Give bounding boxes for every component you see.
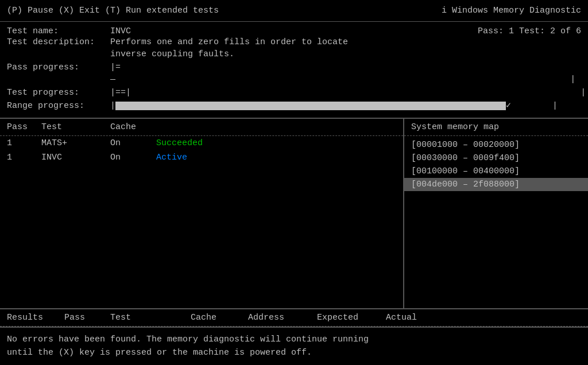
row-status: Active (156, 153, 225, 162)
message-line1: No errors have been found. The memory di… (7, 333, 581, 347)
test-name-row: Test name: INVC Pass: 1 Test: 2 of 6 (7, 26, 581, 36)
row-cache: On (110, 138, 156, 148)
table-row: 1MATS+OnSucceeded (0, 136, 403, 150)
memory-map: System memory map [00001000 – 00020000][… (404, 119, 588, 308)
pass-progress-label: Pass progress: (7, 61, 110, 86)
col-address-results-header: Address (248, 313, 305, 323)
screen: (P) Pause (X) Exit (T) Run extended test… (0, 0, 588, 365)
col-results-header: Results (7, 313, 53, 323)
row-status: Succeeded (156, 138, 225, 148)
row-test: INVC (41, 153, 110, 162)
row-pass: 1 (7, 153, 41, 162)
col-test-header: Test (41, 122, 110, 132)
pass-progress-row: Pass progress: |=— | (7, 61, 581, 86)
row-cache: On (110, 153, 156, 162)
col-status-header (156, 122, 225, 132)
range-progress-row: Range progress: |✓ | (7, 100, 581, 112)
message-line2: until the (X) key is pressed or the mach… (7, 347, 581, 360)
col-actual-results-header: Actual (386, 313, 432, 323)
col-pass-results-header: Pass (64, 313, 99, 323)
test-desc-value: Performs one and zero fills in order to … (110, 36, 581, 60)
table-rows-container: 1MATS+OnSucceeded1INVCOnActive (0, 136, 403, 165)
test-desc-label: Test description: (7, 36, 110, 60)
results-section: Results Pass Test Cache Address Expected… (0, 309, 588, 328)
app-title: i Windows Memory Diagnostic (442, 6, 581, 15)
test-progress-label: Test progress: (7, 87, 110, 99)
memory-entry: [00001000 – 00020000] (404, 138, 588, 152)
range-progress-label: Range progress: (7, 100, 110, 112)
row-test: MATS+ (41, 138, 110, 148)
info-section: Test name: INVC Pass: 1 Test: 2 of 6 Tes… (0, 22, 588, 119)
col-expected-results-header: Expected (317, 313, 374, 323)
message-section: No errors have been found. The memory di… (0, 328, 588, 365)
col-test-results-header: Test (110, 313, 179, 323)
results-header: Results Pass Test Cache Address Expected… (0, 309, 588, 327)
test-progress-bar: |==| | (110, 87, 586, 99)
controls-label: (P) Pause (X) Exit (T) Run extended test… (7, 6, 219, 15)
col-cache-header: Cache (110, 122, 156, 132)
middle-section: Pass Test Cache 1MATS+OnSucceeded1INVCOn… (0, 119, 588, 309)
test-desc-row: Test description: Performs one and zero … (7, 36, 581, 60)
test-name-value: INVC (110, 26, 131, 36)
pass-info: Pass: 1 Test: 2 of 6 (478, 26, 581, 36)
table-header: Pass Test Cache (0, 119, 403, 136)
memory-entry: [00100000 – 00400000] (404, 165, 588, 178)
memory-entry: [00030000 – 0009f400] (404, 152, 588, 165)
memory-entry: [004de000 – 2f088000] (404, 178, 588, 191)
row-pass: 1 (7, 138, 41, 148)
test-progress-row: Test progress: |==| | (7, 87, 581, 99)
pass-progress-bar: |=— | (110, 61, 581, 86)
range-progress-bar: |✓ | (110, 100, 581, 112)
col-cache-results-header: Cache (191, 313, 237, 323)
test-table: Pass Test Cache 1MATS+OnSucceeded1INVCOn… (0, 119, 404, 308)
col-pass-header: Pass (7, 122, 41, 132)
test-name-label: Test name: (7, 26, 110, 36)
table-row: 1INVCOnActive (0, 150, 403, 165)
memory-entries: [00001000 – 00020000][00030000 – 0009f40… (404, 136, 588, 193)
top-bar: (P) Pause (X) Exit (T) Run extended test… (0, 0, 588, 22)
memory-map-header: System memory map (404, 119, 588, 136)
